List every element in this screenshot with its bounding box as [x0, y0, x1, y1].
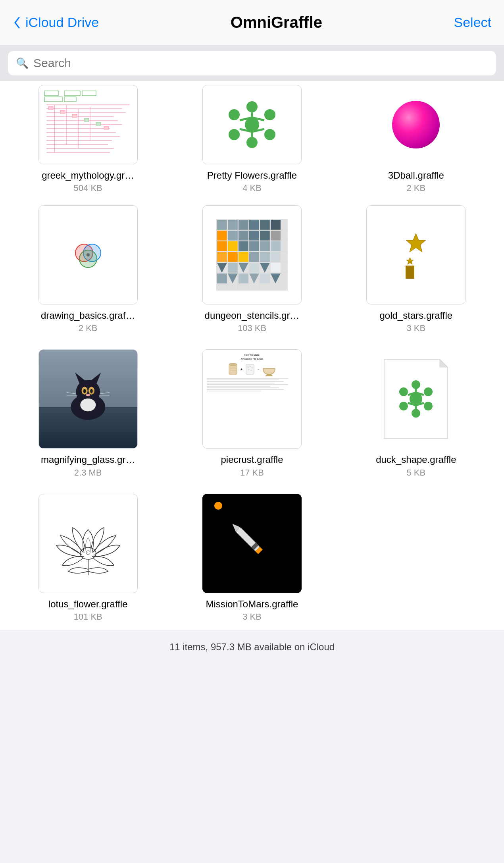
svg-rect-70 [239, 252, 248, 262]
drawing-basics-preview [72, 239, 104, 271]
recipe-result [261, 362, 277, 376]
lotus-flower-preview [50, 510, 126, 577]
svg-marker-97 [406, 258, 414, 264]
list-item[interactable]: How To Make Awesome Pie Crust + [172, 349, 332, 478]
file-thumbnail [366, 205, 466, 304]
file-size: 103 KB [238, 323, 266, 333]
svg-point-107 [90, 389, 93, 393]
file-thumbnail [38, 494, 138, 593]
file-size: 5 KB [406, 468, 425, 478]
svg-rect-60 [260, 231, 270, 241]
back-label: iCloud Drive [25, 15, 99, 30]
back-button[interactable]: iCloud Drive [13, 15, 99, 30]
file-thumbnail [202, 494, 302, 593]
list-item[interactable]: 3Dball.graffle 2 KB [336, 85, 496, 193]
list-item[interactable]: Pretty Flowers.graffle 4 KB [172, 85, 332, 193]
list-item[interactable]: magnifying_glass.gr… 2.3 MB [8, 349, 168, 478]
svg-rect-69 [228, 252, 238, 262]
file-size: 2 KB [406, 183, 425, 193]
svg-point-106 [83, 389, 86, 393]
file-size: 101 KB [74, 612, 102, 622]
file-thumbnail [38, 349, 138, 449]
page-title: OmniGraffle [231, 13, 322, 31]
svg-point-141 [214, 502, 222, 510]
mars-preview [202, 494, 302, 593]
svg-point-126 [412, 380, 420, 389]
svg-point-32 [264, 129, 275, 140]
svg-point-127 [424, 387, 433, 396]
svg-marker-102 [90, 373, 101, 383]
file-thumbnail [38, 205, 138, 304]
svg-rect-68 [217, 252, 227, 262]
greek-mythology-preview [42, 89, 134, 160]
search-bar-container: 🔍 [0, 45, 504, 81]
svg-rect-24 [60, 110, 65, 114]
svg-point-138 [80, 547, 96, 559]
footer-label: 11 items, 957.3 MB available on iCloud [169, 641, 335, 652]
dungeon-stencils-preview [216, 219, 288, 291]
file-thumbnail [202, 85, 302, 164]
svg-rect-80 [217, 274, 227, 283]
empty-cell [336, 494, 496, 622]
svg-rect-52 [239, 220, 248, 230]
list-item[interactable]: dungeon_stencils.gr… 103 KB [172, 205, 332, 333]
svg-rect-55 [271, 220, 281, 230]
list-item[interactable]: greek_mythology.gr… 504 KB [8, 85, 168, 193]
status-bar: 11 items, 957.3 MB available on iCloud [0, 630, 504, 664]
svg-rect-51 [228, 220, 238, 230]
svg-point-108 [86, 394, 90, 397]
search-icon: 🔍 [16, 57, 29, 69]
svg-rect-82 [239, 274, 248, 283]
file-name: greek_mythology.gr… [42, 169, 134, 181]
pretty-flowers-preview [226, 99, 278, 150]
svg-point-47 [79, 250, 97, 268]
svg-rect-71 [249, 252, 259, 262]
svg-rect-57 [228, 231, 238, 241]
file-size: 3 KB [242, 612, 262, 622]
ball-preview [392, 101, 440, 148]
svg-point-119 [247, 366, 249, 368]
file-size: 17 KB [240, 468, 264, 478]
svg-line-109 [66, 393, 77, 394]
svg-line-111 [99, 393, 110, 394]
list-item[interactable]: drawing_basics.graf… 2 KB [8, 205, 168, 333]
svg-rect-65 [249, 241, 259, 251]
svg-point-103 [80, 399, 96, 412]
svg-marker-101 [75, 373, 86, 383]
star-partial-icon [406, 257, 414, 279]
chevron-left-icon [13, 16, 22, 29]
file-name: Pretty Flowers.graffle [207, 169, 297, 181]
svg-rect-50 [217, 220, 227, 230]
svg-point-140 [86, 551, 90, 555]
list-item[interactable]: duck_shape.graffle 5 KB [336, 349, 496, 478]
list-item[interactable]: MissionToMars.graffle 3 KB [172, 494, 332, 622]
file-size: 2 KB [79, 323, 98, 333]
svg-rect-59 [249, 231, 259, 241]
svg-rect-28 [104, 126, 109, 129]
file-name: MissionToMars.graffle [206, 598, 298, 610]
file-name: dungeon_stencils.gr… [205, 309, 300, 322]
svg-point-48 [87, 253, 90, 256]
partial-top-row: greek_mythology.gr… 504 KB Pretty Flower… [0, 81, 504, 197]
file-thumbnail: How To Make Awesome Pie Crust + [202, 349, 302, 449]
select-button[interactable]: Select [454, 15, 492, 30]
list-item[interactable]: lotus_flower.graffle 101 KB [8, 494, 168, 622]
search-input[interactable] [33, 56, 488, 70]
list-item[interactable]: gold_stars.graffle 3 KB [336, 205, 496, 333]
svg-rect-54 [260, 220, 270, 230]
svg-point-130 [399, 402, 408, 410]
svg-point-122 [248, 369, 250, 370]
svg-rect-75 [228, 263, 238, 273]
file-name: duck_shape.graffle [376, 453, 456, 466]
search-bar: 🔍 [8, 51, 496, 75]
piecrust-preview: How To Make Awesome Pie Crust + [203, 350, 301, 448]
svg-point-33 [246, 137, 258, 148]
gold-stars-preview [392, 223, 440, 287]
star-full-icon [404, 231, 428, 255]
file-grid: drawing_basics.graf… 2 KB [0, 197, 504, 630]
file-name: lotus_flower.graffle [48, 598, 128, 610]
file-size: 2.3 MB [74, 468, 102, 478]
header: iCloud Drive OmniGraffle Select [0, 0, 504, 45]
svg-rect-25 [72, 114, 77, 118]
svg-rect-142 [236, 527, 260, 551]
